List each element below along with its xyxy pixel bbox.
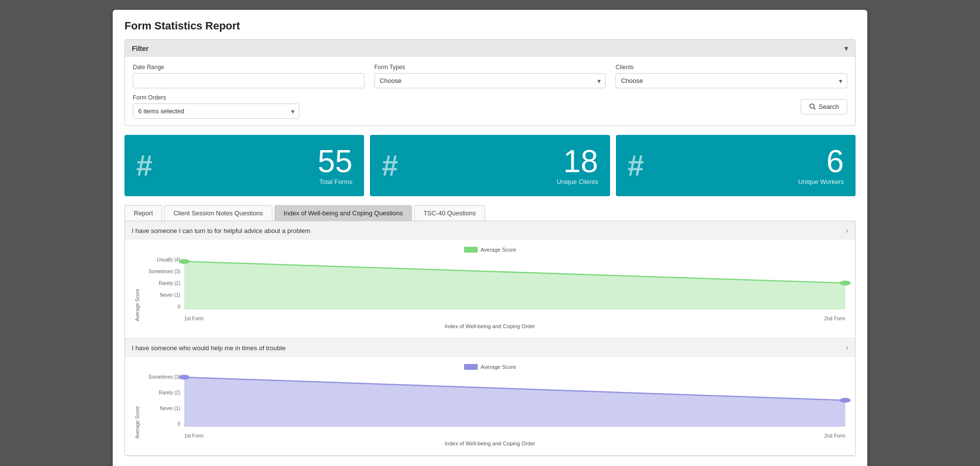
chart-legend-1: Average Score: [135, 247, 845, 253]
form-types-label: Form Types: [374, 64, 606, 71]
form-types-field: Form Types Choose: [374, 64, 606, 88]
chart-area-2: Average Score Average Score Sometimes (3…: [125, 357, 855, 455]
y-label-1-4: 0: [143, 305, 180, 310]
stat-hash-0: #: [136, 151, 152, 181]
stat-right-0: 55 Total Forms: [318, 146, 352, 185]
form-types-select[interactable]: Choose: [374, 73, 606, 88]
legend-label-2: Average Score: [481, 364, 516, 370]
stat-hash-1: #: [382, 151, 398, 181]
y-labels-2: Sometimes (3) Rarely (2) Never (1) 0: [143, 375, 182, 427]
chevron-right-icon-1: ›: [846, 226, 848, 235]
stat-number-unique-workers: 6: [798, 146, 844, 177]
filter-row-2: Form Orders 6 items selected Search: [133, 94, 847, 119]
chart-area-1: Average Score Average Score Usually (4) …: [125, 240, 855, 338]
x-labels-2: 1st Form 2nd Form: [184, 433, 845, 439]
chart-xlabel-center-1: Index of Well-being and Coping Order: [135, 323, 845, 329]
chart-inner-1: Usually (4) Sometimes (3) Rarely (2) Nev…: [143, 258, 845, 321]
legend-box-2: [464, 364, 478, 370]
y-label-1-3: Never (1): [143, 293, 180, 298]
date-range-field: Date Range: [133, 64, 365, 88]
x-labels-1: 1st Form 2nd Form: [184, 316, 845, 321]
question-header-2[interactable]: I have someone who would help me in time…: [125, 338, 855, 357]
x-label-2-end: 2nd Form: [824, 433, 845, 439]
form-types-select-wrapper: Choose: [374, 73, 606, 88]
legend-item-1: Average Score: [464, 247, 516, 253]
chart-plot-1: [184, 258, 845, 310]
filter-label: Filter: [132, 45, 148, 52]
chart-inner-2: Sometimes (3) Rarely (2) Never (1) 0: [143, 375, 845, 439]
page-title: Form Statistics Report: [124, 20, 856, 32]
stat-card-unique-workers: # 6 Unique Workers: [616, 135, 856, 196]
date-range-label: Date Range: [133, 64, 365, 71]
filter-collapse-icon: ▾: [844, 44, 848, 53]
clients-select[interactable]: Choose: [615, 73, 847, 88]
legend-box-1: [464, 247, 478, 253]
y-label-1-1: Sometimes (3): [143, 269, 180, 274]
chart-legend-2: Average Score: [135, 364, 845, 370]
stat-right-2: 6 Unique Workers: [798, 146, 844, 185]
tab-client-session[interactable]: Client Session Notes Questions: [164, 205, 272, 221]
form-orders-field: Form Orders 6 items selected: [133, 94, 299, 119]
legend-item-2: Average Score: [464, 364, 516, 370]
clients-select-wrapper: Choose: [615, 73, 847, 88]
filter-row-1: Date Range Form Types Choose Clients: [133, 64, 847, 88]
question-title-1: I have someone I can turn to for helpful…: [132, 227, 310, 234]
chart-plot-2: [184, 375, 845, 427]
stat-label-unique-workers: Unique Workers: [798, 178, 844, 185]
search-button[interactable]: Search: [801, 99, 847, 114]
clients-field: Clients Choose: [615, 64, 847, 88]
svg-line-1: [813, 108, 815, 110]
search-icon: [809, 103, 816, 110]
stats-row: # 55 Total Forms # 18 Unique Clients # 6…: [124, 135, 856, 196]
y-labels-1: Usually (4) Sometimes (3) Rarely (2) Nev…: [143, 258, 182, 310]
question-title-2: I have someone who would help me in time…: [132, 344, 286, 352]
filter-bar: Filter ▾ Date Range Form Types Choose: [124, 39, 856, 126]
chart-svg-1: [184, 258, 845, 310]
legend-label-1: Average Score: [481, 247, 516, 253]
date-range-input[interactable]: [133, 73, 365, 88]
y-label-2-0: Sometimes (3): [143, 375, 180, 380]
stat-card-total-forms: # 55 Total Forms: [124, 135, 364, 196]
chart-xlabel-center-2: Index of Well-being and Coping Order: [135, 440, 845, 446]
chart-dot-end-1: [840, 281, 851, 285]
chart-container-1: Average Score Usually (4) Sometimes (3) …: [135, 258, 845, 321]
filter-header[interactable]: Filter ▾: [125, 40, 855, 57]
y-label-1-0: Usually (4): [143, 258, 180, 262]
chevron-right-icon-2: ›: [846, 343, 848, 352]
clients-label: Clients: [615, 64, 847, 71]
chart-fill-2: [184, 377, 845, 427]
form-orders-select-wrapper: 6 items selected: [133, 104, 299, 119]
form-orders-label: Form Orders: [133, 94, 299, 101]
question-block-1: I have someone I can turn to for helpful…: [125, 221, 855, 338]
y-axis-label-2: Average Score: [135, 375, 140, 439]
tab-index-wellbeing[interactable]: Index of Well-being and Coping Questions: [274, 205, 412, 221]
y-label-2-3: 0: [143, 422, 180, 427]
stat-number-unique-clients: 18: [557, 146, 598, 177]
question-block-2: I have someone who would help me in time…: [125, 338, 855, 456]
x-label-1-end: 2nd Form: [824, 316, 845, 321]
tab-tsc40[interactable]: TSC-40 Questions: [414, 205, 485, 221]
tab-report[interactable]: Report: [124, 205, 162, 221]
filter-body: Date Range Form Types Choose Clients: [125, 57, 855, 126]
tabs-row: Report Client Session Notes Questions In…: [124, 205, 856, 221]
chart-container-2: Average Score Sometimes (3) Rarely (2) N…: [135, 375, 845, 439]
stat-right-1: 18 Unique Clients: [557, 146, 598, 185]
stat-number-total-forms: 55: [318, 146, 352, 177]
x-label-1-start: 1st Form: [184, 316, 203, 321]
y-axis-label-1: Average Score: [135, 258, 140, 321]
chart-dot-end-2: [840, 398, 851, 403]
y-label-1-2: Rarely (2): [143, 281, 180, 286]
form-orders-select[interactable]: 6 items selected: [133, 104, 299, 119]
y-label-2-2: Never (1): [143, 406, 180, 411]
stat-card-unique-clients: # 18 Unique Clients: [370, 135, 610, 196]
svg-point-0: [810, 104, 814, 108]
y-label-2-1: Rarely (2): [143, 390, 180, 395]
search-btn-label: Search: [819, 103, 839, 110]
content-area: I have someone I can turn to for helpful…: [124, 221, 856, 456]
x-label-2-start: 1st Form: [184, 433, 203, 439]
chart-fill-1: [184, 261, 845, 310]
main-container: Form Statistics Report Filter ▾ Date Ran…: [113, 10, 867, 466]
question-header-1[interactable]: I have someone I can turn to for helpful…: [125, 221, 855, 240]
stat-label-total-forms: Total Forms: [318, 178, 352, 185]
chart-dot-start-2: [179, 375, 190, 380]
